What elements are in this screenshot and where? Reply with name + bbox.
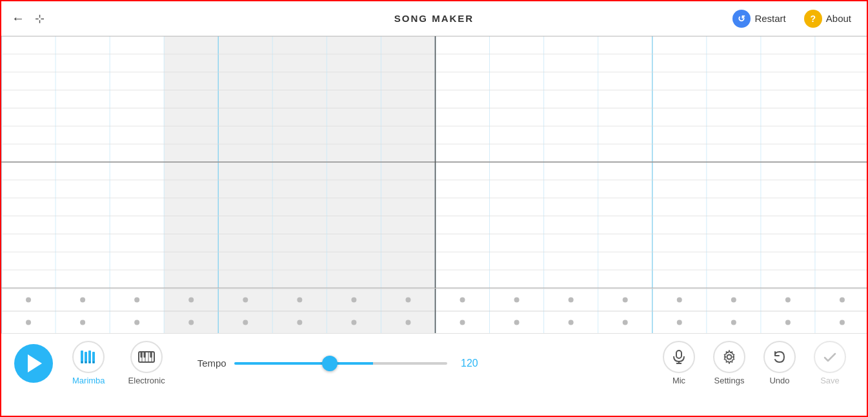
- svg-point-88: [569, 320, 574, 325]
- save-label: Save: [820, 376, 840, 385]
- move-icon[interactable]: ⊹: [35, 12, 45, 26]
- svg-point-103: [81, 361, 83, 363]
- svg-rect-112: [141, 352, 143, 358]
- header: ← ⊹ SONG MAKER ↺ Restart ? About: [1, 1, 867, 36]
- electronic-button[interactable]: Electronic: [122, 337, 172, 389]
- svg-point-85: [514, 298, 520, 303]
- svg-point-106: [93, 361, 95, 363]
- marimba-label: Marimba: [72, 376, 105, 385]
- svg-point-87: [569, 298, 574, 303]
- svg-point-69: [80, 298, 85, 303]
- svg-rect-114: [150, 352, 152, 358]
- electronic-icon: [137, 348, 156, 366]
- svg-rect-45: [381, 289, 435, 333]
- svg-point-89: [623, 298, 628, 303]
- drum-grid-svg: [1, 289, 867, 333]
- melody-grid-svg: [1, 36, 867, 288]
- svg-rect-44: [327, 289, 381, 333]
- header-left: ← ⊹: [12, 11, 45, 26]
- play-button[interactable]: [14, 344, 53, 383]
- save-icon-wrap: [814, 341, 846, 373]
- svg-point-94: [731, 320, 736, 325]
- toolbar: Marimba Electronic: [1, 333, 867, 392]
- settings-icon-wrap: [713, 341, 745, 373]
- svg-point-77: [297, 298, 302, 303]
- about-icon: ?: [804, 10, 822, 28]
- svg-point-73: [188, 298, 194, 303]
- electronic-label: Electronic: [128, 376, 165, 385]
- svg-point-76: [243, 320, 248, 325]
- tempo-label: Tempo: [197, 358, 227, 369]
- svg-point-118: [727, 355, 732, 360]
- about-button[interactable]: ? About: [799, 7, 856, 30]
- undo-label: Undo: [769, 376, 789, 385]
- mic-icon-wrap: [663, 341, 695, 373]
- save-button[interactable]: Save: [806, 337, 854, 389]
- svg-point-92: [677, 320, 682, 325]
- tempo-slider[interactable]: [234, 362, 447, 365]
- undo-icon-wrap: [763, 341, 796, 373]
- svg-point-67: [26, 298, 31, 303]
- svg-point-96: [785, 320, 791, 325]
- svg-point-97: [840, 298, 845, 303]
- undo-button[interactable]: Undo: [756, 337, 803, 389]
- svg-point-71: [134, 298, 139, 303]
- settings-button[interactable]: Settings: [705, 337, 753, 389]
- restart-label: Restart: [754, 13, 785, 24]
- svg-point-79: [351, 298, 356, 303]
- svg-point-93: [731, 298, 736, 303]
- mic-button[interactable]: Mic: [655, 337, 703, 389]
- app-title: SONG MAKER: [394, 13, 474, 24]
- svg-point-75: [243, 298, 248, 303]
- svg-point-81: [405, 298, 410, 303]
- svg-point-90: [623, 320, 628, 325]
- svg-rect-41: [164, 289, 218, 333]
- svg-point-98: [840, 320, 845, 325]
- electronic-icon-wrap: [130, 341, 163, 373]
- svg-point-70: [80, 320, 85, 325]
- melody-grid[interactable]: [1, 36, 867, 288]
- tempo-group: Tempo 120: [197, 358, 655, 369]
- svg-point-72: [134, 320, 139, 325]
- svg-point-104: [85, 361, 87, 363]
- save-icon: [823, 350, 837, 364]
- grid-area: [1, 36, 867, 333]
- instrument-group: Marimba Electronic: [66, 337, 172, 389]
- about-label: About: [826, 13, 851, 24]
- svg-rect-43: [272, 289, 327, 333]
- svg-point-74: [188, 320, 194, 325]
- back-button[interactable]: ←: [12, 11, 25, 26]
- settings-icon: [722, 350, 736, 364]
- svg-point-91: [677, 298, 682, 303]
- svg-rect-42: [218, 289, 272, 333]
- drum-grid[interactable]: [1, 288, 867, 333]
- svg-point-83: [460, 298, 465, 303]
- svg-point-105: [89, 361, 91, 363]
- mic-label: Mic: [672, 376, 685, 385]
- restart-icon: ↺: [732, 10, 751, 28]
- right-tools: Mic Settings Undo: [655, 337, 854, 389]
- svg-point-86: [514, 320, 520, 325]
- marimba-icon: [79, 348, 97, 366]
- svg-rect-115: [676, 351, 681, 358]
- svg-point-68: [26, 320, 31, 325]
- tempo-value: 120: [455, 358, 478, 369]
- svg-rect-113: [144, 352, 146, 358]
- marimba-button[interactable]: Marimba: [66, 337, 112, 389]
- mic-icon: [672, 350, 686, 364]
- svg-point-78: [297, 320, 302, 325]
- svg-point-80: [351, 320, 356, 325]
- settings-label: Settings: [714, 376, 745, 385]
- restart-button[interactable]: ↺ Restart: [727, 7, 791, 30]
- marimba-icon-wrap: [72, 341, 105, 373]
- svg-point-84: [460, 320, 465, 325]
- svg-point-82: [405, 320, 410, 325]
- tempo-slider-wrap: [234, 362, 447, 365]
- svg-point-95: [785, 298, 791, 303]
- header-right: ↺ Restart ? About: [727, 7, 856, 30]
- undo-icon: [772, 350, 787, 364]
- play-triangle-icon: [28, 354, 42, 372]
